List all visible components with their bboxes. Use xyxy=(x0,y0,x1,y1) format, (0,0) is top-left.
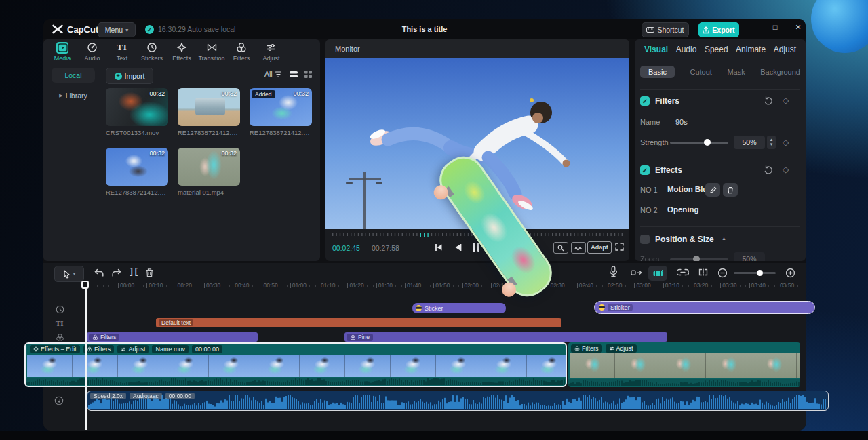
overwrite-button[interactable] xyxy=(631,268,643,277)
properties-tab-visual[interactable]: Visual xyxy=(644,45,668,54)
media-item[interactable]: 00:32 xyxy=(178,88,240,126)
video-clip-selected[interactable]: Effects – EditFiltersAdjustName.mov00:00… xyxy=(24,342,567,387)
timeline-zoom-out-button[interactable] xyxy=(717,268,728,278)
properties-tab-animate[interactable]: Animate xyxy=(736,45,766,54)
sticker-clip[interactable]: Sticker xyxy=(412,303,506,313)
tab-text[interactable]: TIText xyxy=(107,41,137,62)
media-filter-all[interactable]: All xyxy=(264,70,282,78)
delete-button[interactable] xyxy=(145,268,154,277)
properties-tab-adjust[interactable]: Adjust xyxy=(774,45,796,54)
playhead-line[interactable] xyxy=(85,281,87,430)
subtab-basic[interactable]: Basic xyxy=(640,66,675,78)
tab-media[interactable]: Media xyxy=(47,41,77,62)
tab-stickers[interactable]: Stickers xyxy=(137,41,167,62)
undo-button[interactable] xyxy=(94,268,104,278)
tab-transition[interactable]: Transition xyxy=(197,41,226,62)
sidebar-item-library[interactable]: ▶ Library xyxy=(52,88,95,103)
stepper-down-icon[interactable]: ▼ xyxy=(770,142,774,147)
media-item[interactable]: 00:32 xyxy=(106,88,168,126)
skip-back-button[interactable] xyxy=(434,243,443,252)
effect-edit-button[interactable] xyxy=(705,183,720,197)
adapt-button[interactable]: Adapt xyxy=(587,241,612,254)
cursor-tool-button[interactable]: ▾ xyxy=(54,266,84,282)
monitor-scrub-strip[interactable] xyxy=(331,231,624,238)
filter-track-icon xyxy=(56,333,64,342)
effect-delete-button[interactable] xyxy=(723,183,738,197)
auto-ripple-button[interactable] xyxy=(648,266,667,281)
properties-tab-audio[interactable]: Audio xyxy=(676,45,697,54)
grid-view-icon xyxy=(304,70,313,79)
redo-button[interactable] xyxy=(111,268,122,278)
stepper-up-icon[interactable]: ▲ xyxy=(770,138,774,142)
media-item[interactable]: 00:32 xyxy=(106,148,168,186)
link-clips-button[interactable] xyxy=(677,268,689,276)
tab-adjust[interactable]: Adjust xyxy=(256,41,286,62)
pause-button[interactable] xyxy=(473,243,481,252)
reset-icon[interactable] xyxy=(764,165,773,174)
subtab-background[interactable]: Background xyxy=(760,68,800,76)
properties-tab-speed[interactable]: Speed xyxy=(705,45,728,54)
list-view-button[interactable] xyxy=(289,69,298,81)
timeline-zoom-in-button[interactable] xyxy=(785,268,795,278)
export-button[interactable]: Export xyxy=(698,22,739,37)
filters-checkbox[interactable]: ✓ xyxy=(640,96,650,106)
import-button[interactable]: + Import xyxy=(106,68,153,84)
text-icon: TI xyxy=(117,42,127,54)
timeline-ruler[interactable]: 00:0000:1000:2000:3000:4000:5001:0001:10… xyxy=(43,281,806,291)
subtab-mask[interactable]: Mask xyxy=(727,68,745,76)
detach-audio-button[interactable] xyxy=(697,268,709,276)
zoom-slider-thumb[interactable] xyxy=(693,256,700,261)
duration-badge: 00:32 xyxy=(149,90,165,97)
split-button[interactable]: ][ xyxy=(129,267,138,277)
sidebar-item-local[interactable]: Local xyxy=(52,68,95,83)
chevron-right-icon: ▶ xyxy=(59,93,62,98)
timeline-zoom-slider[interactable] xyxy=(734,272,776,274)
keyframe-diamond-icon[interactable]: ◇ xyxy=(783,138,789,147)
tab-filters[interactable]: Filters xyxy=(226,41,256,62)
zoom-value[interactable]: 50% xyxy=(734,252,765,261)
filter-clip[interactable]: Filters xyxy=(87,332,258,342)
media-name: material 01.mp4 xyxy=(178,188,243,196)
effects-checkbox[interactable]: ✓ xyxy=(640,165,650,175)
tab-effects[interactable]: Effects xyxy=(167,41,197,62)
playhead-handle[interactable] xyxy=(81,281,89,289)
timeline-zoom-slider-thumb[interactable] xyxy=(757,270,763,276)
filter-clip-label: Filters xyxy=(100,334,116,340)
video-clip[interactable]: FiltersAdjust xyxy=(568,342,800,387)
stickers-icon xyxy=(146,42,157,54)
media-item[interactable]: 00:32Added xyxy=(250,88,312,126)
menu-label: Menu xyxy=(105,26,123,34)
minimize-button[interactable]: – xyxy=(745,22,757,35)
shortcut-button[interactable]: Shortcut xyxy=(642,22,689,37)
keyframe-diamond-icon[interactable]: ◇ xyxy=(783,165,789,174)
video-preview[interactable] xyxy=(326,58,629,229)
subtab-cutout[interactable]: Cutout xyxy=(690,68,711,76)
audio-clip-selected[interactable]: Speed 2.0xAudio.aac00:00:00 xyxy=(87,391,829,411)
tab-audio[interactable]: Audio xyxy=(77,41,107,62)
strength-slider-thumb[interactable] xyxy=(704,139,711,146)
preview-quality-button[interactable] xyxy=(571,242,586,254)
media-item[interactable]: 00:32 xyxy=(178,148,240,186)
position-size-checkbox[interactable]: ✓ xyxy=(640,235,650,244)
list-view-icon xyxy=(289,70,298,79)
menu-button[interactable]: Menu ▾ xyxy=(98,22,136,37)
fullscreen-button[interactable] xyxy=(614,242,625,252)
tab-label: Filters xyxy=(233,55,250,62)
strength-value[interactable]: 50% xyxy=(734,136,765,149)
strength-slider[interactable] xyxy=(670,142,728,144)
text-clip[interactable]: Default text xyxy=(156,318,561,327)
reset-icon[interactable] xyxy=(764,96,773,105)
grid-view-button[interactable] xyxy=(304,69,313,81)
adjust-clip[interactable]: Pine xyxy=(344,332,667,342)
filters-section-title: Filters xyxy=(655,96,679,106)
step-back-button[interactable] xyxy=(453,243,462,252)
collapse-arrow-icon[interactable]: ▲ xyxy=(722,236,726,241)
preview-zoom-button[interactable] xyxy=(553,242,568,254)
record-voiceover-button[interactable] xyxy=(609,266,618,277)
sticker-clip-selected[interactable]: Sticker xyxy=(594,301,815,314)
close-button[interactable]: × xyxy=(792,22,804,34)
maximize-button[interactable]: □ xyxy=(769,23,781,35)
film-frame xyxy=(481,355,527,377)
strength-stepper[interactable]: ▲▼ xyxy=(767,136,776,149)
keyframe-diamond-icon[interactable]: ◇ xyxy=(783,96,789,105)
